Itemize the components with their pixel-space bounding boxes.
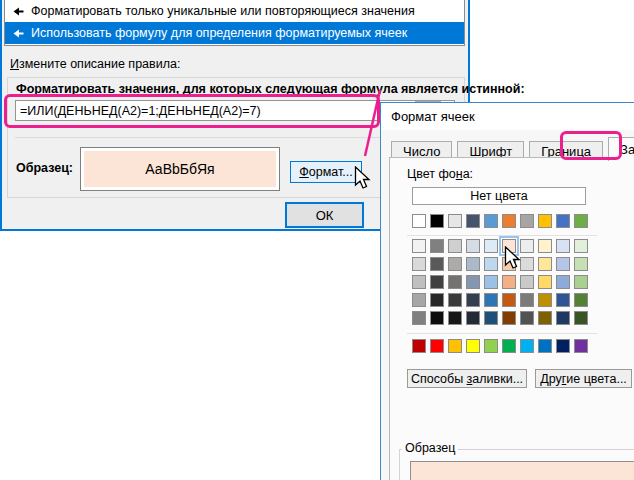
color-swatch[interactable] (556, 339, 570, 353)
variant-color-grid (412, 239, 588, 325)
color-swatch[interactable] (484, 339, 498, 353)
color-swatch[interactable] (538, 257, 552, 271)
standard-color-row (412, 339, 588, 353)
color-swatch[interactable] (448, 257, 462, 271)
rule-type-list: Форматировать только уникальные или повт… (4, 0, 465, 46)
color-swatch[interactable] (430, 257, 444, 271)
fill-tab-panel: Цвет фона: Нет цвета Способы заливки... … (389, 157, 634, 480)
color-swatch[interactable] (484, 239, 498, 253)
more-colors-button[interactable]: Другие цвета... (535, 369, 632, 388)
color-swatch[interactable] (574, 339, 588, 353)
color-swatch[interactable] (484, 257, 498, 271)
color-swatch[interactable] (412, 339, 426, 353)
color-swatch[interactable] (484, 293, 498, 307)
color-swatch[interactable] (484, 275, 498, 289)
color-swatch[interactable] (448, 239, 462, 253)
variant-row (412, 293, 588, 307)
color-swatch[interactable] (520, 239, 534, 253)
color-swatch[interactable] (466, 257, 480, 271)
theme-color-row (412, 214, 588, 228)
color-swatch[interactable] (466, 311, 480, 325)
color-swatch[interactable] (556, 239, 570, 253)
color-swatch[interactable] (574, 239, 588, 253)
left-arrow-icon (13, 29, 24, 38)
palette-separator (407, 235, 597, 236)
color-swatch[interactable] (502, 275, 516, 289)
color-swatch[interactable] (574, 275, 588, 289)
variant-row (412, 239, 588, 253)
color-swatch[interactable] (430, 239, 444, 253)
color-swatch[interactable] (484, 214, 498, 228)
mouse-cursor-icon (504, 246, 522, 270)
color-swatch[interactable] (538, 214, 552, 228)
ok-button[interactable]: ОК (285, 202, 364, 228)
color-swatch[interactable] (466, 239, 480, 253)
fill-sample-preview (410, 461, 634, 480)
color-swatch[interactable] (466, 293, 480, 307)
rule-type-label: Использовать формулу для определения фор… (31, 26, 407, 40)
edit-description-label: Измените описание правила: (10, 57, 180, 71)
color-swatch[interactable] (502, 311, 516, 325)
color-swatch[interactable] (466, 339, 480, 353)
color-swatch[interactable] (574, 293, 588, 307)
color-swatch[interactable] (466, 214, 480, 228)
color-swatch[interactable] (520, 293, 534, 307)
color-swatch[interactable] (556, 214, 570, 228)
no-color-button[interactable]: Нет цвета (412, 187, 586, 205)
color-swatch[interactable] (502, 339, 516, 353)
color-swatch[interactable] (430, 214, 444, 228)
color-swatch[interactable] (430, 339, 444, 353)
color-swatch[interactable] (574, 311, 588, 325)
color-swatch[interactable] (412, 239, 426, 253)
color-swatch[interactable] (520, 275, 534, 289)
mouse-cursor-icon (354, 166, 372, 190)
color-swatch[interactable] (502, 214, 516, 228)
color-swatch[interactable] (556, 257, 570, 271)
color-swatch[interactable] (556, 293, 570, 307)
format-preview-box: АаВbБбЯя (80, 147, 280, 191)
rule-type-label: Форматировать только уникальные или повт… (31, 4, 415, 18)
color-swatch[interactable] (466, 275, 480, 289)
color-swatch[interactable] (448, 214, 462, 228)
color-swatch[interactable] (520, 257, 534, 271)
color-swatch[interactable] (574, 214, 588, 228)
color-swatch[interactable] (448, 275, 462, 289)
color-swatch[interactable] (484, 311, 498, 325)
rule-type-item-unique[interactable]: Форматировать только уникальные или повт… (5, 0, 464, 22)
color-swatch[interactable] (574, 257, 588, 271)
color-swatch[interactable] (538, 275, 552, 289)
color-swatch[interactable] (412, 275, 426, 289)
color-swatch[interactable] (412, 311, 426, 325)
formula-highlight-annotation (4, 94, 380, 128)
format-preview-text: АаВbБбЯя (84, 151, 276, 187)
fill-tab-highlight-annotation (560, 131, 622, 160)
color-swatch[interactable] (502, 293, 516, 307)
color-swatch[interactable] (448, 339, 462, 353)
color-swatch[interactable] (556, 311, 570, 325)
color-swatch[interactable] (430, 311, 444, 325)
rule-type-item-formula[interactable]: Использовать формулу для определения фор… (5, 22, 464, 44)
fill-effects-button[interactable]: Способы заливки... (407, 369, 527, 388)
format-button[interactable]: Формат... (290, 161, 362, 183)
color-swatch[interactable] (538, 293, 552, 307)
color-swatch[interactable] (448, 293, 462, 307)
color-swatch[interactable] (430, 275, 444, 289)
color-swatch[interactable] (520, 214, 534, 228)
color-swatch[interactable] (538, 239, 552, 253)
background-color-label: Цвет фона: (407, 167, 473, 181)
variant-row (412, 275, 588, 289)
color-swatch[interactable] (412, 214, 426, 228)
sample-label: Образец: (16, 161, 73, 175)
color-swatch[interactable] (538, 339, 552, 353)
color-swatch[interactable] (412, 293, 426, 307)
color-swatch[interactable] (412, 257, 426, 271)
color-swatch[interactable] (430, 293, 444, 307)
sample-group-label: Образец (402, 441, 458, 455)
color-swatch[interactable] (520, 339, 534, 353)
palette-separator (407, 333, 597, 334)
color-swatch[interactable] (448, 311, 462, 325)
dialog-titlebar[interactable]: Формат ячеек (381, 103, 634, 130)
color-swatch[interactable] (520, 311, 534, 325)
color-swatch[interactable] (556, 275, 570, 289)
color-swatch[interactable] (538, 311, 552, 325)
